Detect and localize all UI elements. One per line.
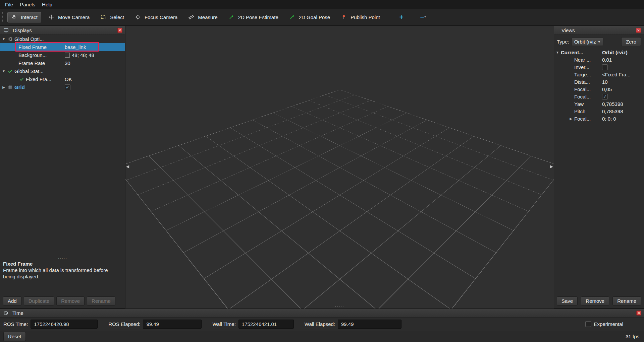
time-panel-header[interactable]: Time ✕ [0,309,644,318]
splitter-handle[interactable]: ····· [0,256,125,260]
publish-point-tool-button[interactable]: Publish Point [337,12,384,22]
reset-button[interactable]: Reset [3,332,26,341]
collapse-right-arrow-icon[interactable]: ▶ [550,164,553,169]
chevron-down-icon[interactable]: ▼ [0,37,7,41]
grid-enabled-checkbox[interactable]: ✓ [65,84,70,90]
property-value[interactable]: base_link [65,44,86,50]
pose-estimate-tool-button[interactable]: 2D Pose Estimate [225,12,282,22]
tree-row-focal-shape-fixed[interactable]: Focal... ✓ [554,93,644,100]
ros-time-field[interactable]: 1752246420.98 [31,320,98,329]
focus-camera-tool-button[interactable]: Focus Camera [131,12,181,22]
remove-button[interactable]: Remove [56,296,85,305]
views-buttons: Save Remove Rename [554,294,644,308]
tree-row-distance[interactable]: Dista... 10 [554,78,644,85]
goal-pose-tool-button[interactable]: 2D Goal Pose [285,12,334,22]
tree-row-global-status[interactable]: ▼ Global Stat... [0,67,125,75]
close-icon[interactable]: ✕ [636,28,641,33]
displays-panel-header[interactable]: Displays ✕ [0,26,125,35]
tree-row-fixed-frame[interactable]: Fixed Frame base_link [0,43,125,51]
select-tool-label: Select [110,14,124,20]
displays-panel: Displays ✕ ▼ Global Opti... Fixed Frame … [0,25,125,309]
hand-icon [11,14,17,20]
property-name: Focal... [574,86,591,92]
property-value[interactable]: 0,01 [602,57,612,63]
view-type-dropdown[interactable]: Orbit (rviz ▼ [572,38,603,46]
green-arrow-icon [289,14,295,20]
splitter-handle[interactable]: ····· [335,304,344,308]
rename-button[interactable]: Rename [87,296,115,305]
rename-view-button[interactable]: Rename [612,296,641,305]
gear-icon [7,37,13,42]
property-name: Fixed Frame [18,44,47,50]
duplicate-button[interactable]: Duplicate [24,296,54,305]
property-value[interactable]: 30 [65,60,70,66]
menu-panels[interactable]: Panels [17,1,38,8]
chevron-right-icon[interactable]: ▶ [568,117,574,121]
property-value[interactable]: <Fixed Fra... [602,72,631,77]
property-value[interactable]: 48; 48; 48 [72,52,94,58]
chevron-right-icon[interactable]: ▶ [0,85,7,89]
property-name: Fixed Fra... [26,76,51,82]
measure-tool-button[interactable]: Measure [184,12,221,22]
time-panel-title: Time [12,310,23,316]
view-type-row: Type: Orbit (rviz ▼ Zero [554,35,644,49]
minus-icon: − [420,15,424,19]
save-button[interactable]: Save [557,296,578,305]
menu-help[interactable]: Help [39,1,55,8]
render-viewport[interactable]: ◀ ▶ ····· [125,25,554,309]
type-label: Type: [557,39,569,45]
tree-row-grid[interactable]: ▶ Grid ✓ [0,83,125,91]
remove-view-button[interactable]: Remove [581,296,609,305]
collapse-left-arrow-icon[interactable]: ◀ [126,164,129,169]
move-camera-tool-button[interactable]: Move Camera [45,12,93,22]
property-value: Orbit (rviz) [602,50,628,55]
tree-row-fixed-frame-status[interactable]: Fixed Fra... OK [0,75,125,83]
property-name: Global Opti... [14,36,44,42]
tree-row-yaw[interactable]: Yaw 0,785398 [554,100,644,108]
tree-row-global-options[interactable]: ▼ Global Opti... [0,35,125,43]
tree-row-invert-z[interactable]: Inver... [554,63,644,71]
menu-file[interactable]: File [2,1,16,8]
tree-row-focal-point[interactable]: ▶ Focal... 0; 0; 0 [554,115,644,122]
color-swatch[interactable] [65,53,70,58]
tree-row-near-clip[interactable]: Near ... 0,01 [554,56,644,63]
toolbar-drag-handle[interactable] [2,12,3,22]
focal-fixed-checkbox[interactable]: ✓ [602,94,608,99]
property-value[interactable]: 10 [602,79,608,85]
focus-camera-tool-label: Focus Camera [145,14,177,20]
add-button[interactable]: Add [3,296,21,305]
tree-row-target-frame[interactable]: Targe... <Fixed Fra... [554,71,644,78]
property-value[interactable]: 0,785398 [602,101,623,107]
add-tool-button[interactable]: + [396,12,407,22]
interact-tool-button[interactable]: Interact [7,12,41,22]
tree-row-background-color[interactable]: Backgroun... 48; 48; 48 [0,51,125,59]
experimental-checkbox[interactable] [585,321,591,327]
property-name: Global Stat... [14,68,44,74]
tree-row-frame-rate[interactable]: Frame Rate 30 [0,59,125,67]
wall-elapsed-label: Wall Elapsed: [305,321,335,327]
tree-row-current-view[interactable]: ▼ Current... Orbit (rviz) [554,49,644,56]
property-value[interactable]: 0,05 [602,86,612,92]
views-panel-header[interactable]: Views ✕ [554,26,644,35]
property-name: Near ... [574,57,591,63]
ros-elapsed-field[interactable]: 99.49 [143,320,202,329]
select-tool-button[interactable]: Select [97,12,128,22]
zero-button[interactable]: Zero [621,37,641,46]
property-value: OK [65,76,72,82]
property-name: Pitch [574,109,585,114]
tree-row-focal-shape-size[interactable]: Focal... 0,05 [554,85,644,93]
wall-elapsed-field[interactable]: 99.49 [338,320,401,329]
remove-tool-button[interactable]: − ▾ [416,12,430,22]
views-tree: ▼ Current... Orbit (rviz) Near ... 0,01 … [554,49,644,294]
wall-time-field[interactable]: 1752246421.01 [238,320,294,329]
tree-row-pitch[interactable]: Pitch 0,785398 [554,108,644,115]
close-icon[interactable]: ✕ [117,28,122,33]
property-name: Grid [14,84,25,90]
property-value[interactable]: 0,785398 [602,109,623,114]
invert-z-checkbox[interactable] [602,64,608,70]
chevron-down-icon[interactable]: ▼ [554,51,561,54]
close-icon[interactable]: ✕ [636,311,641,316]
publish-point-tool-label: Publish Point [351,14,380,20]
property-value[interactable]: 0; 0; 0 [602,116,616,122]
chevron-down-icon[interactable]: ▼ [0,69,7,73]
